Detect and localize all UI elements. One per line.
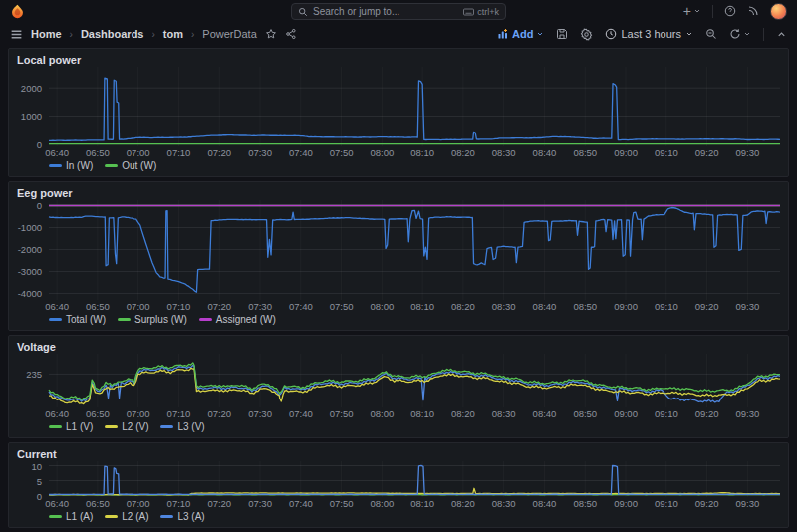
legend-item[interactable]: L2 (A) <box>105 511 148 522</box>
x-tick-label: 07:50 <box>330 498 354 509</box>
x-tick-label: 08:30 <box>492 301 516 312</box>
x-tick-label: 07:20 <box>207 498 231 509</box>
help-button[interactable] <box>724 5 736 17</box>
legend-item[interactable]: Surplus (W) <box>118 314 187 325</box>
share-button[interactable] <box>285 28 297 40</box>
legend-item[interactable]: Total (W) <box>49 314 106 325</box>
chart-area: 0-1000-2000-3000-4000 <box>17 200 780 300</box>
chart-area: 235 <box>17 354 780 407</box>
breadcrumb-folder[interactable]: tom <box>163 28 183 40</box>
x-tick-label: 08:30 <box>492 498 516 509</box>
refresh-icon <box>729 28 741 40</box>
x-tick-label: 09:20 <box>695 301 719 312</box>
panel-title[interactable]: Voltage <box>17 341 780 354</box>
x-tick-label: 07:20 <box>207 147 231 158</box>
legend-item[interactable]: Out (W) <box>105 160 156 171</box>
new-button[interactable]: + <box>683 5 701 17</box>
x-axis: 06:4006:5007:0007:1007:2007:3007:4007:50… <box>49 146 780 158</box>
news-button[interactable] <box>747 5 759 17</box>
clock-icon <box>605 28 617 40</box>
add-chart-icon <box>497 28 509 40</box>
x-tick-label: 08:00 <box>370 301 394 312</box>
divider <box>712 5 713 18</box>
legend-swatch-icon <box>105 515 118 518</box>
x-tick-label: 07:40 <box>289 408 313 419</box>
legend-item[interactable]: L3 (V) <box>160 421 204 432</box>
legend-item[interactable]: In (W) <box>49 160 93 171</box>
x-tick-label: 08:10 <box>410 498 434 509</box>
menu-toggle-button[interactable] <box>10 28 23 41</box>
y-tick-label: -2000 <box>18 244 42 255</box>
collapse-controls-button[interactable] <box>776 29 787 40</box>
add-panel-button[interactable]: Add <box>497 28 544 40</box>
legend-item[interactable]: L1 (A) <box>49 511 93 522</box>
legend-item[interactable]: Assigned (W) <box>199 314 276 325</box>
x-tick-label: 07:30 <box>248 408 272 419</box>
x-tick-label: 07:10 <box>167 301 191 312</box>
timeseries-chart <box>49 200 780 300</box>
y-tick-label: -3000 <box>18 266 42 277</box>
legend-item[interactable]: L3 (A) <box>160 511 204 522</box>
divider <box>763 28 764 41</box>
help-icon <box>724 5 736 17</box>
panel-title[interactable]: Eeg power <box>17 187 780 200</box>
x-tick-label: 08:00 <box>370 147 394 158</box>
panel-title[interactable]: Current <box>17 448 780 461</box>
x-tick-label: 07:00 <box>127 147 150 158</box>
user-avatar[interactable] <box>770 3 787 20</box>
add-label: Add <box>512 28 533 40</box>
plot-region[interactable] <box>49 200 780 300</box>
x-tick-label: 07:30 <box>248 498 272 509</box>
x-tick-label: 09:30 <box>735 147 759 158</box>
chevron-down-icon <box>743 30 751 38</box>
x-tick-label: 09:10 <box>655 408 678 419</box>
time-range-label: Last 3 hours <box>621 28 681 40</box>
breadcrumb-dashboards[interactable]: Dashboards <box>81 28 144 40</box>
x-tick-label: 07:50 <box>330 147 354 158</box>
legend-swatch-icon <box>49 425 62 428</box>
x-tick-label: 08:00 <box>370 408 394 419</box>
x-tick-label: 09:20 <box>695 147 719 158</box>
rss-icon <box>747 5 759 17</box>
x-tick-label: 08:50 <box>573 301 597 312</box>
search-placeholder: Search or jump to... <box>313 6 458 17</box>
legend-item[interactable]: L1 (V) <box>49 421 93 432</box>
x-tick-label: 09:10 <box>655 147 678 158</box>
x-tick-label: 09:00 <box>614 408 638 419</box>
y-tick-label: 2000 <box>21 83 42 94</box>
legend-label: L1 (V) <box>66 421 93 432</box>
breadcrumb-home[interactable]: Home <box>31 28 62 40</box>
plot-region[interactable] <box>49 67 780 146</box>
legend-swatch-icon <box>160 515 173 518</box>
zoom-out-button[interactable] <box>705 28 717 40</box>
chart-area: 0510 <box>17 461 780 497</box>
x-tick-label: 09:00 <box>614 301 638 312</box>
x-tick-label: 09:30 <box>735 498 759 509</box>
x-tick-label: 09:30 <box>735 408 759 419</box>
x-tick-label: 08:40 <box>533 408 557 419</box>
save-dashboard-button[interactable] <box>556 28 568 40</box>
x-axis: 06:4006:5007:0007:1007:2007:3007:4007:50… <box>49 497 780 509</box>
x-tick-label: 08:40 <box>533 147 557 158</box>
legend-label: L1 (A) <box>66 511 93 522</box>
series-in-w <box>49 78 780 140</box>
panel-voltage: Voltage 235 06:4006:5007:0007:1007:2007:… <box>8 335 789 438</box>
x-tick-label: 07:00 <box>127 408 150 419</box>
legend-item[interactable]: L2 (V) <box>105 421 148 432</box>
plot-region[interactable] <box>49 354 780 407</box>
x-tick-label: 06:50 <box>86 498 110 509</box>
timeseries-chart <box>49 461 780 497</box>
chevron-down-icon <box>685 30 693 38</box>
x-tick-label: 08:00 <box>370 498 394 509</box>
panel-title[interactable]: Local power <box>17 54 780 67</box>
legend-swatch-icon <box>105 164 118 167</box>
plot-region[interactable] <box>49 461 780 497</box>
favorite-button[interactable] <box>265 28 277 40</box>
time-range-picker[interactable]: Last 3 hours <box>605 28 693 40</box>
x-axis: 06:4006:5007:0007:1007:2007:3007:4007:50… <box>49 300 780 312</box>
legend-label: Out (W) <box>122 160 156 171</box>
refresh-button[interactable] <box>729 28 751 40</box>
grafana-logo[interactable] <box>10 4 25 19</box>
dashboard-settings-button[interactable] <box>580 28 593 41</box>
search-input[interactable]: Search or jump to... ctrl+k <box>291 3 506 20</box>
